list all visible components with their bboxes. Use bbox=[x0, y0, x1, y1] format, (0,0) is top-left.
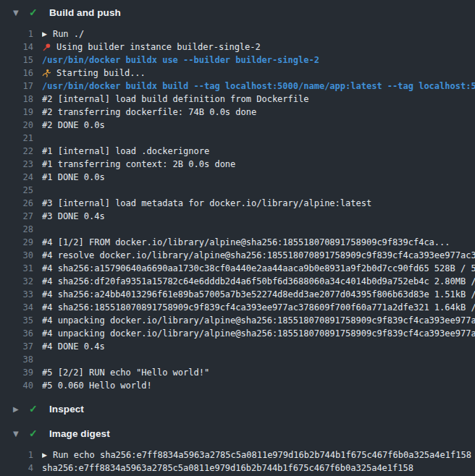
log-line: 15 /usr/bin/docker buildx use --builder … bbox=[0, 54, 475, 67]
line-content: #1 DONE 0.0s bbox=[42, 171, 475, 184]
line-text: Run ./ bbox=[53, 27, 84, 41]
line-content: /usr/bin/docker buildx use --builder bui… bbox=[42, 54, 475, 67]
line-number[interactable]: 26 bbox=[0, 197, 33, 210]
log-line: 27 #3 DONE 0.4s bbox=[0, 210, 475, 223]
line-content bbox=[42, 353, 475, 366]
line-number[interactable]: 14 bbox=[0, 41, 33, 54]
line-number[interactable]: 32 bbox=[0, 275, 33, 288]
check-icon: ✓ bbox=[29, 7, 41, 18]
line-text: #2 [internal] load build definition from… bbox=[42, 93, 308, 106]
line-number[interactable]: 25 bbox=[0, 184, 33, 197]
line-content bbox=[42, 132, 475, 145]
line-number[interactable]: 36 bbox=[0, 327, 33, 340]
line-text: Starting build... bbox=[56, 67, 146, 80]
line-text: /usr/bin/docker buildx build --tag local… bbox=[42, 80, 475, 93]
log-line: 4 sha256:e7ff8834a5963a2785c5a0811e979d1… bbox=[0, 462, 475, 475]
line-number[interactable]: 21 bbox=[0, 132, 33, 145]
check-icon: ✓ bbox=[29, 403, 41, 415]
line-number[interactable]: 35 bbox=[0, 314, 33, 327]
line-content: #2 transferring dockerfile: 74B 0.0s don… bbox=[42, 106, 475, 119]
line-content bbox=[42, 184, 475, 197]
line-number[interactable]: 20 bbox=[0, 119, 33, 132]
log-line: 14 Using builder instance builder-single… bbox=[0, 41, 475, 54]
line-number[interactable]: 15 bbox=[0, 54, 33, 67]
line-number[interactable]: 23 bbox=[0, 158, 33, 171]
line-text: sha256:e7ff8834a5963a2785c5a0811e979d16b… bbox=[42, 462, 413, 475]
line-content: #2 [internal] load build definition from… bbox=[42, 93, 475, 106]
line-number[interactable]: 4 bbox=[0, 462, 33, 475]
log-line: 25 bbox=[0, 184, 475, 197]
line-number[interactable]: 16 bbox=[0, 67, 33, 80]
line-number[interactable]: 34 bbox=[0, 301, 33, 314]
run-toggle-icon[interactable]: ▶ bbox=[42, 449, 47, 462]
line-content: #3 [internal] load metadata for docker.i… bbox=[42, 197, 475, 210]
log-line: 40 #5 0.060 Hello world! bbox=[0, 379, 475, 392]
run-toggle-icon[interactable]: ▶ bbox=[42, 27, 47, 41]
log-line: 31 #4 sha256:a15790640a6690aa1730c38cf0a… bbox=[0, 262, 475, 275]
line-number[interactable]: 33 bbox=[0, 288, 33, 301]
log-line: 35 #4 unpacking docker.io/library/alpine… bbox=[0, 314, 475, 327]
line-number[interactable]: 30 bbox=[0, 249, 33, 262]
line-content: /usr/bin/docker buildx build --tag local… bbox=[42, 80, 475, 93]
line-text: #4 unpacking docker.io/library/alpine@sh… bbox=[42, 327, 475, 340]
log-line: 23 #1 transferring context: 2B 0.0s done bbox=[0, 158, 475, 171]
log-section-build-and-push: ▼ ✓ Build and push 1 ▶Run ./ 14 Using bu… bbox=[0, 0, 475, 396]
log-line: 28 bbox=[0, 223, 475, 236]
chevron-right-icon[interactable]: ▶ bbox=[13, 405, 23, 413]
log-section-inspect: ▶ ✓ Inspect bbox=[0, 396, 475, 421]
log-line: 32 #4 sha256:df20fa9351a15782c64e6dddb2d… bbox=[0, 275, 475, 288]
line-text: #2 DONE 0.0s bbox=[42, 119, 105, 132]
line-content: Starting build... bbox=[42, 67, 475, 80]
line-number[interactable]: 1 bbox=[0, 449, 33, 462]
line-content: #4 unpacking docker.io/library/alpine@sh… bbox=[42, 314, 475, 327]
line-content: #4 sha256:df20fa9351a15782c64e6dddb2d4a6… bbox=[42, 275, 475, 288]
line-number[interactable]: 31 bbox=[0, 262, 33, 275]
runner-icon bbox=[42, 69, 51, 78]
line-text: #4 sha256:a15790640a6690aa1730c38cf0a440… bbox=[42, 262, 475, 275]
log-line: 1 ▶Run ./ bbox=[0, 27, 475, 41]
line-number[interactable]: 38 bbox=[0, 353, 33, 366]
line-number[interactable]: 24 bbox=[0, 171, 33, 184]
section-title: Build and push bbox=[49, 7, 121, 18]
line-number[interactable]: 19 bbox=[0, 106, 33, 119]
log-line: 21 bbox=[0, 132, 475, 145]
log-line: 19 #2 transferring dockerfile: 74B 0.0s … bbox=[0, 106, 475, 119]
pushpin-icon bbox=[42, 43, 51, 52]
section-header-image-digest[interactable]: ▼ ✓ Image digest bbox=[0, 421, 475, 446]
line-number[interactable]: 18 bbox=[0, 93, 33, 106]
section-header-inspect[interactable]: ▶ ✓ Inspect bbox=[0, 396, 475, 421]
log-line: 39 #5 [2/2] RUN echo "Hello world!" bbox=[0, 366, 475, 379]
line-text: #5 0.060 Hello world! bbox=[42, 379, 152, 392]
workflow-log: ▼ ✓ Build and push 1 ▶Run ./ 14 Using bu… bbox=[0, 0, 475, 476]
line-content: #2 DONE 0.0s bbox=[42, 119, 475, 132]
line-content bbox=[42, 223, 475, 236]
log-line: 34 #4 sha256:185518070891758909c9f839cf4… bbox=[0, 301, 475, 314]
line-content: #4 resolve docker.io/library/alpine@sha2… bbox=[42, 249, 475, 262]
section-title: Image digest bbox=[49, 428, 110, 439]
line-content: ▶Run ./ bbox=[42, 27, 475, 41]
chevron-down-icon[interactable]: ▼ bbox=[13, 9, 23, 17]
log-line: 26 #3 [internal] load metadata for docke… bbox=[0, 197, 475, 210]
line-text: #4 [1/2] FROM docker.io/library/alpine@s… bbox=[42, 236, 450, 249]
chevron-down-icon[interactable]: ▼ bbox=[13, 430, 23, 438]
line-number[interactable]: 27 bbox=[0, 210, 33, 223]
section-body: 1 ▶Run echo sha256:e7ff8834a5963a2785c5a… bbox=[0, 446, 475, 476]
line-number[interactable]: 40 bbox=[0, 379, 33, 392]
line-number[interactable]: 1 bbox=[0, 27, 33, 41]
line-number[interactable]: 39 bbox=[0, 366, 33, 379]
line-text: /usr/bin/docker buildx use --builder bui… bbox=[42, 54, 319, 67]
line-text: #4 resolve docker.io/library/alpine@sha2… bbox=[42, 249, 475, 262]
line-content: Using builder instance builder-single-2 bbox=[42, 41, 475, 54]
line-content: #5 [2/2] RUN echo "Hello world!" bbox=[42, 366, 475, 379]
line-text: #1 transferring context: 2B 0.0s done bbox=[42, 158, 235, 171]
line-number[interactable]: 28 bbox=[0, 223, 33, 236]
section-title: Inspect bbox=[49, 404, 84, 415]
line-number[interactable]: 22 bbox=[0, 145, 33, 158]
line-number[interactable]: 29 bbox=[0, 236, 33, 249]
line-text: #4 sha256:df20fa9351a15782c64e6dddb2d4a6… bbox=[42, 275, 475, 288]
line-number[interactable]: 37 bbox=[0, 340, 33, 353]
section-header-build-and-push[interactable]: ▼ ✓ Build and push bbox=[0, 0, 475, 25]
line-number[interactable]: 17 bbox=[0, 80, 33, 93]
line-content: sha256:e7ff8834a5963a2785c5a0811e979d16b… bbox=[42, 462, 475, 475]
line-content: #4 DONE 0.4s bbox=[42, 340, 475, 353]
